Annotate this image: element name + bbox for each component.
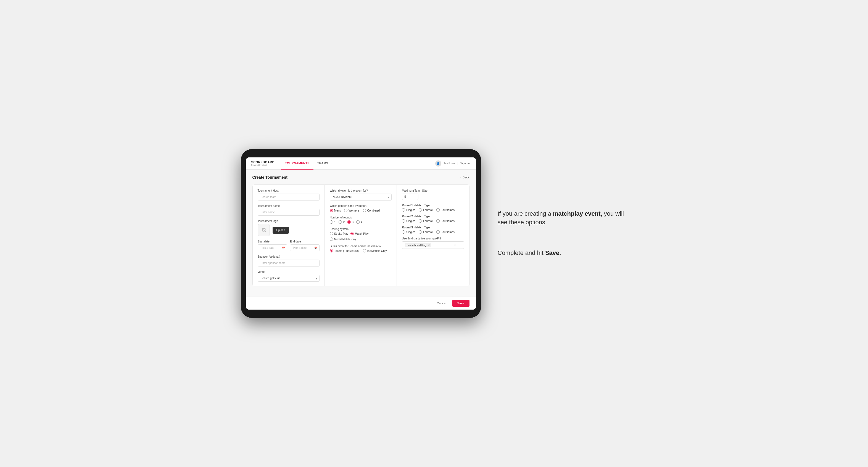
form-footer: Cancel Save bbox=[246, 297, 476, 310]
gender-combined-option[interactable]: Combined bbox=[363, 209, 380, 212]
nav-tab-teams[interactable]: TEAMS bbox=[313, 157, 332, 169]
annotation-bottom-bold: Save. bbox=[545, 249, 561, 256]
tournament-host-input[interactable] bbox=[258, 194, 319, 200]
upload-button[interactable]: Upload bbox=[273, 227, 289, 234]
gender-label: Which gender is the event for? bbox=[330, 205, 392, 208]
gender-section: Which gender is the event for? Mens Wome… bbox=[330, 205, 392, 212]
scoring-radio-group: Stroke Play Match Play Medal Match Play bbox=[330, 232, 392, 241]
round2-fourball[interactable]: Fourball bbox=[419, 219, 433, 223]
round2-radio-group: Singles Fourball Foursomes bbox=[402, 219, 464, 223]
tablet-screen: SCOREBOARD Powered by clippit TOURNAMENT… bbox=[246, 157, 476, 310]
scoring-label: Scoring system bbox=[330, 227, 392, 230]
round2-singles[interactable]: Singles bbox=[402, 219, 415, 223]
page-title: Create Tournament bbox=[252, 175, 287, 180]
right-column: Maximum Team Size Round 1 - Match Type S… bbox=[397, 185, 469, 286]
navbar: SCOREBOARD Powered by clippit TOURNAMENT… bbox=[246, 157, 476, 169]
back-link[interactable]: ‹ Back bbox=[460, 176, 469, 179]
end-date-input[interactable] bbox=[290, 244, 319, 251]
tournament-name-label: Tournament name bbox=[258, 205, 319, 208]
main-content: Create Tournament ‹ Back Tournament Host bbox=[246, 169, 476, 297]
venue-label: Venue bbox=[258, 270, 319, 273]
rounds-4-option[interactable]: 4 bbox=[356, 220, 362, 224]
round1-radio-group: Singles Fourball Foursomes bbox=[402, 208, 464, 212]
annotation-top: If you are creating a matchplay event, y… bbox=[498, 210, 627, 227]
gender-womens-option[interactable]: Womens bbox=[344, 209, 359, 212]
tournament-logo-label: Tournament logo bbox=[258, 220, 319, 223]
api-section: Use third-party live scoring API? Leader… bbox=[402, 237, 464, 249]
start-date-group: Start date bbox=[258, 240, 287, 251]
max-team-size-input[interactable] bbox=[402, 194, 418, 200]
brand-title: SCOREBOARD bbox=[251, 161, 275, 164]
round3-fourball[interactable]: Fourball bbox=[419, 230, 433, 234]
round3-label: Round 3 - Match Type bbox=[402, 226, 464, 229]
division-select[interactable]: NCAA Division I bbox=[330, 194, 392, 200]
annotation-top-bold: matchplay event, bbox=[553, 210, 602, 217]
max-team-size-section: Maximum Team Size bbox=[402, 189, 464, 200]
form-grid: Tournament Host Tournament name Tourname… bbox=[252, 185, 469, 286]
round3-singles[interactable]: Singles bbox=[402, 230, 415, 234]
api-select-box[interactable]: Leaderboard King ✕ ▾ bbox=[402, 241, 464, 249]
annotations: If you are creating a matchplay event, y… bbox=[498, 210, 627, 257]
round1-foursomes[interactable]: Foursomes bbox=[436, 208, 455, 212]
user-name: Test User bbox=[443, 162, 455, 165]
tournament-name-input[interactable] bbox=[258, 209, 319, 216]
dates-section: Start date End date bbox=[258, 240, 319, 251]
division-label: Which division is the event for? bbox=[330, 189, 392, 192]
round1-label: Round 1 - Match Type bbox=[402, 204, 464, 207]
round1-section: Round 1 - Match Type Singles Fourball Fo… bbox=[402, 204, 464, 212]
round2-label: Round 2 - Match Type bbox=[402, 215, 464, 218]
round2-section: Round 2 - Match Type Singles Fourball Fo… bbox=[402, 215, 464, 223]
annotation-bottom: Complete and hit Save. bbox=[498, 249, 627, 257]
brand-subtitle: Powered by clippit bbox=[251, 164, 275, 166]
round3-foursomes[interactable]: Foursomes bbox=[436, 230, 455, 234]
api-label: Use third-party live scoring API? bbox=[402, 237, 464, 240]
brand: SCOREBOARD Powered by clippit bbox=[251, 161, 275, 166]
round3-radio-group: Singles Fourball Foursomes bbox=[402, 230, 464, 234]
venue-select[interactable]: Search golf club bbox=[258, 275, 319, 282]
sign-out-link[interactable]: Sign out bbox=[460, 162, 471, 165]
division-section: Which division is the event for? NCAA Di… bbox=[330, 189, 392, 200]
scoring-match-option[interactable]: Match Play bbox=[350, 232, 368, 235]
api-dropdown-arrow: ▾ bbox=[454, 244, 456, 247]
rounds-section: Number of rounds 1 2 3 bbox=[330, 216, 392, 224]
round1-fourball[interactable]: Fourball bbox=[419, 208, 433, 212]
tournament-host-label: Tournament Host bbox=[258, 189, 319, 192]
save-button[interactable]: Save bbox=[453, 300, 469, 307]
start-date-input[interactable] bbox=[258, 244, 287, 251]
max-team-size-label: Maximum Team Size bbox=[402, 189, 464, 192]
rounds-radio-group: 1 2 3 4 bbox=[330, 220, 392, 224]
cancel-button[interactable]: Cancel bbox=[434, 300, 450, 307]
outer-wrapper: SCOREBOARD Powered by clippit TOURNAMENT… bbox=[241, 149, 627, 318]
tablet-device: SCOREBOARD Powered by clippit TOURNAMENT… bbox=[241, 149, 481, 318]
teams-label: Is this event for Teams and/or Individua… bbox=[330, 245, 392, 248]
venue-select-wrapper: Search golf club bbox=[258, 275, 319, 282]
tournament-name-section: Tournament name bbox=[258, 205, 319, 216]
gender-mens-option[interactable]: Mens bbox=[330, 209, 341, 212]
rounds-3-option[interactable]: 3 bbox=[347, 220, 353, 224]
rounds-1-option[interactable]: 1 bbox=[330, 220, 336, 224]
rounds-2-option[interactable]: 2 bbox=[339, 220, 345, 224]
nav-tab-tournaments[interactable]: TOURNAMENTS bbox=[281, 157, 313, 169]
user-avatar: 👤 bbox=[435, 160, 441, 166]
middle-column: Which division is the event for? NCAA Di… bbox=[325, 185, 397, 286]
start-date-wrapper bbox=[258, 244, 287, 251]
scoring-section: Scoring system Stroke Play Match Play Me… bbox=[330, 227, 392, 241]
round2-foursomes[interactable]: Foursomes bbox=[436, 219, 455, 223]
scoring-stroke-option[interactable]: Stroke Play bbox=[330, 232, 348, 235]
sponsor-label: Sponsor (optional) bbox=[258, 255, 319, 258]
round1-singles[interactable]: Singles bbox=[402, 208, 415, 212]
sponsor-input[interactable] bbox=[258, 259, 319, 267]
venue-section: Venue Search golf club bbox=[258, 270, 319, 282]
teams-teams-option[interactable]: Teams (+Individuals) bbox=[330, 249, 360, 252]
division-select-wrapper: NCAA Division I bbox=[330, 194, 392, 200]
nav-right: 👤 Test User | Sign out bbox=[435, 160, 471, 166]
scoring-medal-option[interactable]: Medal Match Play bbox=[330, 238, 356, 241]
teams-individuals-option[interactable]: Individuals Only bbox=[363, 249, 387, 252]
end-date-label: End date bbox=[290, 240, 319, 243]
tournament-host-section: Tournament Host bbox=[258, 189, 319, 200]
start-date-label: Start date bbox=[258, 240, 287, 243]
end-date-group: End date bbox=[290, 240, 319, 251]
teams-radio-group: Teams (+Individuals) Individuals Only bbox=[330, 249, 392, 252]
api-tag-remove[interactable]: ✕ bbox=[428, 244, 430, 247]
logo-upload-area: 🖼 Upload bbox=[258, 224, 319, 236]
